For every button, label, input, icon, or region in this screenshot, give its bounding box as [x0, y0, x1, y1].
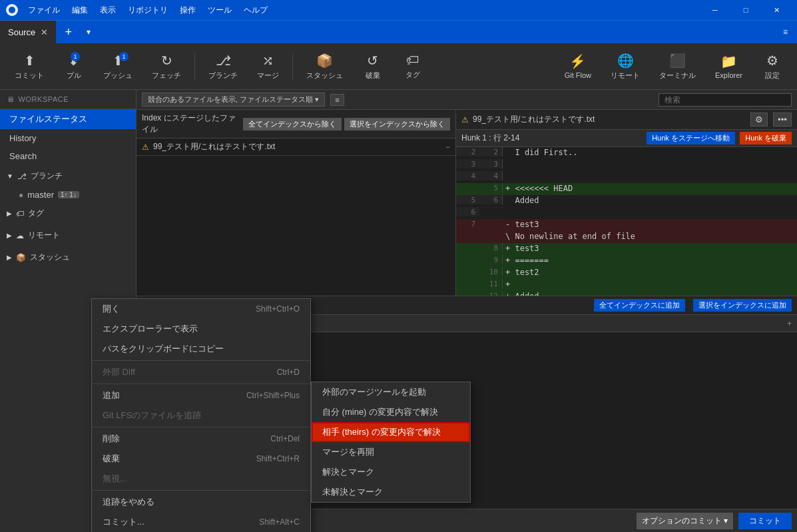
gitflow-toolbar-button[interactable]: ⚡ Git Flow — [557, 49, 599, 84]
context-menu-item[interactable]: 削除Ctrl+Del — [92, 429, 310, 449]
diff-line-num-right — [479, 219, 503, 220]
commit-toolbar-button[interactable]: ⬆ コミット — [7, 49, 52, 84]
sidebar-item-file-status[interactable]: ファイルステータス — [0, 109, 136, 129]
context-menu-item-label: Git LFSのファイルを追跡 — [103, 409, 201, 421]
explorer-toolbar-button[interactable]: 📁 Explorer — [707, 49, 750, 84]
discard-hunk-button[interactable]: Hunk を破棄 — [740, 132, 792, 144]
sidebar-section-branches[interactable]: ▼ ⎇ ブランチ — [0, 165, 136, 187]
branches-arrow-icon: ▼ — [7, 172, 13, 180]
push-toolbar-button[interactable]: ⬆ プッシュ 1 — [95, 49, 140, 84]
sidebar-section-stash[interactable]: ▶ 📦 スタッシュ — [0, 246, 136, 268]
diff-line-num-right: 11 — [479, 279, 503, 288]
menu-file[interactable]: ファイル — [23, 3, 65, 17]
tab-close-icon[interactable]: ✕ — [41, 27, 48, 37]
diff-warning-icon: ⚠ — [461, 115, 469, 125]
context-menu-item[interactable]: 破棄Shift+Ctrl+R — [92, 449, 310, 469]
remove-selected-button[interactable]: 選択をインデックスから除く — [344, 118, 450, 131]
stash-toolbar-button[interactable]: 📦 スタッシュ — [298, 49, 351, 84]
diff-line-content: + <<<<<<< HEAD — [503, 183, 797, 193]
diff-line-num-right: 9 — [479, 255, 503, 264]
menu-actions[interactable]: 操作 — [174, 3, 201, 17]
context-menu-item[interactable]: コミット...Shift+Alt+C — [92, 512, 310, 532]
filter-dropdown-button[interactable]: 競合のあるファイルを表示, ファイルステータス順 ▾ — [142, 93, 325, 107]
diff-line: 9+ ======= — [456, 255, 797, 267]
explorer-icon: 📁 — [720, 53, 737, 69]
search-input[interactable] — [659, 93, 792, 107]
sidebar-item-search[interactable]: Search — [0, 147, 136, 165]
hunk-buttons: Hunk をステージへ移動 Hunk を破棄 — [644, 132, 792, 144]
context-menu-item[interactable]: 追加Ctrl+Shift+Plus — [92, 386, 310, 405]
add-selected-button[interactable]: 選択をインデックスに追加 — [693, 299, 792, 312]
sidebar-branch-master[interactable]: ● master 1↑ 1↓ — [0, 187, 136, 202]
hamburger-menu-button[interactable]: ≡ — [774, 21, 797, 44]
menu-repo[interactable]: リポジトリ — [123, 3, 173, 17]
close-button[interactable]: ✕ — [761, 0, 792, 20]
stage-hunk-button[interactable]: Hunk をステージへ移動 — [647, 132, 735, 144]
diff-line: 6 — [456, 207, 797, 219]
context-menu-separator — [92, 360, 310, 361]
remove-all-button[interactable]: 全てインデックスから除く — [243, 118, 342, 131]
menu-view[interactable]: 表示 — [95, 3, 121, 17]
new-tab-button[interactable]: + — [57, 21, 80, 44]
diff-line-num-right: 3 — [479, 159, 503, 168]
remote-toolbar-button[interactable]: 🌐 リモート — [603, 49, 648, 84]
maximize-button[interactable]: □ — [730, 0, 761, 20]
fetch-icon: ↻ — [161, 53, 172, 69]
sidebar-section-remotes[interactable]: ▶ ☁ リモート — [0, 224, 136, 246]
diff-line-num-right: 5 — [479, 183, 503, 192]
submenu-item-label: 外部のマージツールを起動 — [322, 386, 426, 398]
diff-more-button[interactable]: ••• — [773, 113, 792, 127]
add-all-button[interactable]: 全てインデックスに追加 — [594, 299, 685, 312]
staged-file-row[interactable]: ⚠ 99_テスト用/これはテストです.txt − — [136, 138, 455, 156]
submenu-item-label: マージを再開 — [322, 446, 374, 458]
menu-edit[interactable]: 編集 — [67, 3, 93, 17]
sidebar-item-history[interactable]: History — [0, 129, 136, 147]
diff-line-content — [503, 159, 797, 160]
submenu-item[interactable]: 自分 (mine) の変更内容で解決 — [312, 402, 470, 422]
branch-toolbar-button[interactable]: ⎇ ブランチ — [200, 49, 246, 84]
menu-help[interactable]: ヘルプ — [238, 3, 273, 17]
settings-toolbar-button[interactable]: ⚙ 設定 — [754, 49, 790, 84]
branch-dot-icon: ● — [19, 190, 23, 200]
context-menu-item[interactable]: 追跡をやめる — [92, 492, 310, 512]
diff-line-num-right: 12 — [479, 291, 503, 296]
context-menu-item[interactable]: パスをクリップボードにコピー — [92, 339, 310, 359]
submenu-item[interactable]: 相手 (theirs) の変更内容で解決 — [312, 422, 470, 442]
unstage-button[interactable]: − — [445, 142, 450, 152]
diff-line: 56 Added — [456, 195, 797, 207]
diff-line: 33 — [456, 159, 797, 171]
fetch-label: フェッチ — [152, 71, 181, 81]
context-menu-item[interactable]: 開くShift+Ctrl+O — [92, 299, 310, 319]
diff-title: ⚠ 99_テスト用/これはテストです.txt — [461, 114, 745, 125]
filter-icon-button[interactable]: ≡ — [330, 94, 344, 106]
context-menu-item[interactable]: エクスプローラーで表示 — [92, 319, 310, 339]
source-tab[interactable]: Source ✕ — [0, 21, 57, 44]
commit-options-button[interactable]: オプションのコミット ▾ — [637, 513, 733, 529]
add-to-index-icon[interactable]: + — [787, 319, 792, 328]
diff-line-content: Added — [503, 195, 797, 205]
tab-dropdown-button[interactable]: ▾ — [80, 21, 97, 44]
sidebar-section-tags[interactable]: ▶ 🏷 タグ — [0, 202, 136, 224]
remote-label: リモート — [611, 71, 640, 81]
diff-panel: ⚠ 99_テスト用/これはテストです.txt ⚙ ••• Hunk 1 : 行 … — [456, 110, 797, 296]
staged-filename: 99_テスト用/これはテストです.txt — [153, 141, 441, 152]
terminal-toolbar-button[interactable]: ⬛ ターミナル — [651, 49, 704, 84]
submenu-item[interactable]: 未解決とマーク — [312, 482, 470, 502]
pull-toolbar-button[interactable]: ⬇ プル 1 — [55, 49, 92, 84]
diff-gear-button[interactable]: ⚙ — [750, 113, 768, 127]
menu-tools[interactable]: ツール — [202, 3, 237, 17]
submenu-item[interactable]: 外部のマージツールを起動 — [312, 382, 470, 402]
commit-button[interactable]: コミット — [738, 513, 792, 529]
submenu-item[interactable]: マージを再開 — [312, 442, 470, 462]
discard-toolbar-button[interactable]: ↺ 破棄 — [354, 49, 391, 84]
diff-line: 11+ — [456, 279, 797, 291]
submenu-item[interactable]: 解決とマーク — [312, 462, 470, 482]
pull-badge: 1 — [71, 52, 80, 61]
tag-toolbar-button[interactable]: 🏷 タグ — [394, 49, 431, 83]
minimize-button[interactable]: ─ — [700, 0, 730, 20]
commit-label: コミット — [15, 71, 44, 81]
merge-toolbar-button[interactable]: ⤮ マージ — [249, 49, 287, 84]
fetch-toolbar-button[interactable]: ↻ フェッチ — [144, 49, 189, 84]
diff-line-content: - test3 — [503, 219, 797, 229]
submenu-item-label: 相手 (theirs) の変更内容で解決 — [322, 426, 441, 438]
